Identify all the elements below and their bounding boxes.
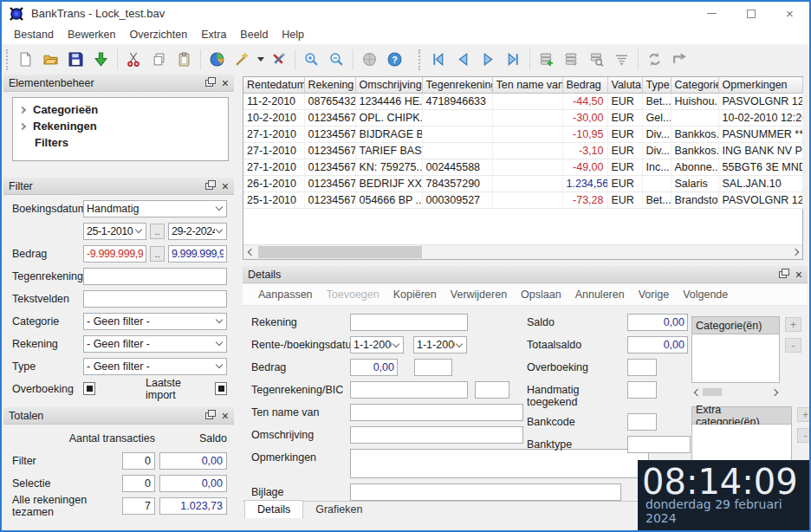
scroll-right-icon[interactable]	[769, 390, 780, 395]
cut-button[interactable]	[121, 47, 146, 72]
float-panel-icon[interactable]	[205, 412, 213, 419]
omschrijving-input[interactable]	[350, 426, 523, 444]
tab-details[interactable]: Details	[244, 500, 303, 518]
expand-chevron-icon[interactable]	[19, 122, 26, 129]
rekening-select[interactable]: - Geen filter -	[83, 335, 227, 353]
new-file-button[interactable]	[13, 47, 38, 72]
column-header-tennamevan[interactable]: Ten name van	[492, 77, 562, 94]
remove-extra-categorie-button[interactable]: -	[797, 428, 811, 443]
banktype-input[interactable]	[627, 436, 691, 453]
globe-button[interactable]	[357, 47, 382, 72]
maximize-button[interactable]	[731, 2, 770, 25]
close-panel-icon[interactable]: ×	[795, 269, 802, 281]
column-header-categorie[interactable]: Categorie	[671, 77, 718, 94]
categorie-select[interactable]: - Geen filter -	[83, 313, 227, 330]
details-menu-volgende[interactable]: Volgende	[676, 289, 735, 301]
overboeking-input[interactable]	[627, 359, 657, 376]
last-record-button[interactable]	[501, 47, 526, 72]
boekingsdatum-select[interactable]: 1-1-2000	[413, 336, 467, 354]
table-row[interactable]: 27-1-2010012345678KN: 759275...002445588…	[243, 159, 802, 176]
zoom-in-button[interactable]	[299, 47, 324, 72]
bankcode-input[interactable]	[627, 413, 657, 431]
scrollbar-thumb[interactable]	[258, 246, 422, 258]
scroll-left-icon[interactable]	[243, 250, 258, 255]
import-button[interactable]	[88, 47, 114, 72]
scrollbar-thumb[interactable]	[703, 388, 722, 396]
menu-item-bewerken[interactable]: Bewerken	[61, 27, 123, 42]
remove-categorie-button[interactable]: -	[785, 338, 801, 353]
overboeking-checkbox[interactable]	[83, 382, 95, 395]
toolbar-grip[interactable]	[6, 49, 8, 70]
tegenrekening-input[interactable]	[83, 268, 227, 285]
open-folder-button[interactable]	[38, 47, 63, 72]
expand-chevron-icon[interactable]	[19, 106, 26, 113]
table-row[interactable]: 26-1-2010012345678BEDRIJF XXX7843572901.…	[243, 176, 802, 192]
column-header-rekening[interactable]: Rekening	[304, 77, 355, 94]
scroll-left-icon[interactable]	[691, 390, 703, 395]
bedrag-max-input[interactable]	[168, 245, 227, 263]
next-record-button[interactable]	[476, 47, 501, 72]
menu-item-extra[interactable]: Extra	[194, 27, 233, 42]
handmatig-toegekend-input[interactable]	[627, 381, 657, 399]
totaalsaldo-input[interactable]	[627, 336, 688, 354]
wand-dropdown-caret[interactable]	[255, 47, 266, 72]
table-row[interactable]: 10-2-2010012345678OPL. CHIPK...-30,00EUR…	[243, 110, 802, 127]
help-button[interactable]: ?	[382, 47, 407, 72]
float-panel-icon[interactable]	[205, 80, 213, 87]
table-row[interactable]: 27-1-2010012345678TARIEF BAS...-3,10EURD…	[243, 143, 802, 159]
column-header-type[interactable]: Type	[642, 77, 671, 94]
tools-button[interactable]	[266, 47, 291, 72]
date-to-select[interactable]: 29-2-2024	[168, 223, 227, 240]
copy-button[interactable]	[146, 47, 172, 72]
add-extra-categorie-button[interactable]: +	[797, 407, 811, 422]
copy-record-button[interactable]	[559, 47, 584, 72]
details-menu-opslaan[interactable]: Opslaan	[514, 289, 568, 301]
column-header-tegenrekening[interactable]: Tegenrekening	[422, 77, 492, 94]
paste-button[interactable]	[172, 47, 197, 72]
toolbar-grip[interactable]	[418, 49, 420, 70]
column-header-rentedatum[interactable]: Rentedatum	[243, 77, 304, 94]
scroll-right-icon[interactable]	[788, 250, 802, 255]
laatste-import-checkbox[interactable]	[215, 382, 227, 395]
tree-item-filters[interactable]: Filters	[13, 134, 228, 151]
date-from-select[interactable]: 25-1-2010	[83, 223, 146, 240]
export-button[interactable]	[667, 47, 692, 72]
minimize-button[interactable]	[692, 2, 731, 25]
categorie-list[interactable]	[691, 334, 780, 383]
rekening-input[interactable]	[350, 314, 468, 331]
date-range-button[interactable]: ..	[150, 224, 165, 239]
tekstvelden-input[interactable]	[83, 290, 227, 308]
menu-item-overzichten[interactable]: Overzichten	[122, 27, 194, 42]
tegenrekening-input[interactable]	[350, 381, 468, 399]
boekingsdatum-select[interactable]: Handmatig	[83, 200, 227, 217]
tree-item-rekeningen[interactable]: Rekeningen	[13, 118, 228, 134]
first-record-button[interactable]	[425, 47, 451, 72]
float-panel-icon[interactable]	[779, 271, 787, 278]
bedrag-min-input[interactable]	[83, 245, 146, 263]
details-menu-annuleren[interactable]: Annuleren	[568, 289, 632, 301]
saldo-input[interactable]	[627, 314, 688, 331]
rentedatum-select[interactable]: 1-1-2000	[350, 336, 404, 354]
details-menu-aanpassen[interactable]: Aanpassen	[251, 289, 320, 301]
details-menu-kopiren[interactable]: Kopiëren	[386, 289, 444, 301]
previous-record-button[interactable]	[451, 47, 476, 72]
pie-chart-button[interactable]	[204, 47, 230, 72]
refresh-button[interactable]	[642, 47, 667, 72]
find-record-button[interactable]	[584, 47, 609, 72]
tree-item-categorien[interactable]: Categorieën	[13, 101, 228, 118]
close-panel-icon[interactable]: ×	[222, 77, 229, 89]
column-header-opmerkingen[interactable]: Opmerkingen	[718, 77, 802, 94]
details-menu-vorige[interactable]: Vorige	[632, 289, 676, 301]
close-panel-icon[interactable]: ×	[222, 410, 229, 422]
table-row[interactable]: 11-2-20100876543211234446 HE...471894663…	[243, 94, 802, 110]
type-select[interactable]: - Geen filter -	[83, 358, 227, 375]
bijlage-input[interactable]	[350, 483, 621, 501]
filter-menu-button[interactable]	[609, 47, 634, 72]
add-record-button[interactable]	[534, 47, 559, 72]
add-categorie-button[interactable]: +	[785, 317, 801, 332]
column-header-valuta[interactable]: Valuta	[607, 77, 642, 94]
zoom-out-button[interactable]	[324, 47, 349, 72]
save-button[interactable]	[63, 47, 88, 72]
bic-input[interactable]	[475, 381, 509, 399]
close-panel-icon[interactable]: ×	[222, 180, 229, 192]
